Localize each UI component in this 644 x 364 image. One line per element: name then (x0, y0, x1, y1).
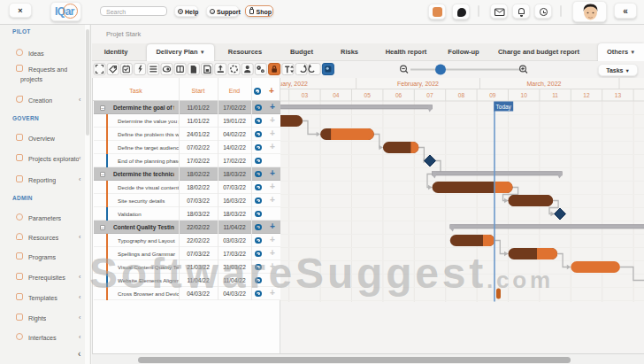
svg-text:05: 05 (364, 92, 372, 98)
svg-text:09: 09 (489, 92, 496, 98)
svg-text:08: 08 (458, 92, 465, 98)
svg-text:March, 2022: March, 2022 (527, 81, 562, 87)
svg-text:04: 04 (333, 92, 340, 98)
svg-text:06: 06 (395, 92, 402, 98)
svg-text:03: 03 (302, 92, 309, 98)
svg-text:07: 07 (426, 92, 433, 98)
svg-text:February, 2022: February, 2022 (397, 81, 439, 88)
svg-text:13: 13 (615, 92, 622, 98)
svg-text:12: 12 (583, 92, 590, 98)
svg-text:11: 11 (552, 92, 558, 98)
svg-text:10: 10 (521, 92, 528, 98)
svg-text:January, 2022: January, 2022 (280, 81, 308, 88)
svg-text:Today: Today (496, 104, 512, 111)
